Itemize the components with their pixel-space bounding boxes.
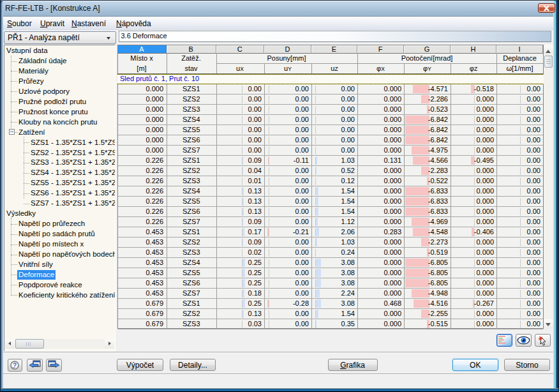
svg-text:?: ? [13, 362, 17, 369]
